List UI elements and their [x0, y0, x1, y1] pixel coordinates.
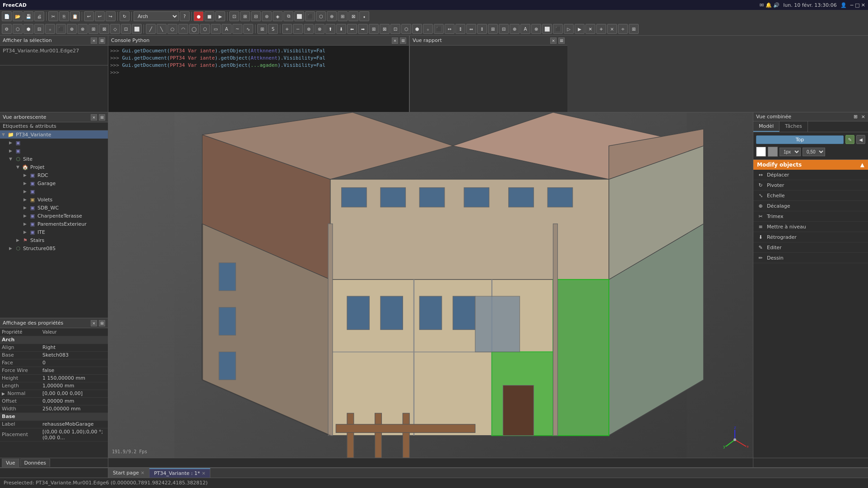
tool-9[interactable]: ⊞: [369, 24, 379, 34]
doc-tab-start[interactable]: Start page ✕: [108, 468, 149, 478]
view-btn9[interactable]: ⬡: [316, 11, 326, 21]
tab-vue[interactable]: Vue: [2, 459, 19, 467]
tree-item-sdb[interactable]: ▶ ▣ SDB_WC: [0, 204, 108, 212]
tool-12[interactable]: ⬡: [401, 24, 411, 34]
tab-taches[interactable]: Tâches: [780, 121, 808, 132]
color-picker-white[interactable]: [756, 147, 766, 157]
console-close[interactable]: ×: [392, 37, 398, 44]
tree-item-pt34[interactable]: ▼ 📁 PT34_Variante: [0, 130, 108, 139]
view-edit-btn[interactable]: ✎: [845, 135, 854, 144]
tool-22[interactable]: ⊕: [510, 24, 520, 34]
refresh-button[interactable]: ↻: [120, 11, 130, 21]
modify-item-dessin[interactable]: ✏ Dessin: [753, 253, 868, 263]
tool-18[interactable]: ⇔: [466, 24, 476, 34]
modify-item-pivoter[interactable]: ↻ Pivoter: [753, 180, 868, 191]
tool-1[interactable]: +: [282, 24, 292, 34]
tree-float[interactable]: ⊞: [99, 114, 105, 121]
draft-circle[interactable]: ○: [167, 24, 177, 34]
view-btn5[interactable]: ◈: [273, 11, 283, 21]
arch-tool-2[interactable]: ⬡: [13, 24, 23, 34]
view-btn6[interactable]: ⧉: [283, 11, 293, 21]
modify-item-niveau[interactable]: ≡ Mettre à niveau: [753, 222, 868, 232]
tab-model[interactable]: Modèl: [753, 121, 780, 132]
tree-item-stairs[interactable]: ▶ ⚑ Stairs: [0, 236, 108, 244]
tree-item-charpente[interactable]: ▶ ▣ CharpenteTerasse: [0, 212, 108, 220]
tool-3[interactable]: ⊕: [304, 24, 314, 34]
tool-25[interactable]: ⬜: [542, 24, 552, 34]
tree-item-structure085[interactable]: ▶ ⬡ Structure085: [0, 244, 108, 252]
tool-24[interactable]: ⊗: [531, 24, 541, 34]
tool-20[interactable]: ⊞: [488, 24, 498, 34]
view-btn10[interactable]: ⊕: [327, 11, 337, 21]
tool-21[interactable]: ⊟: [499, 24, 509, 34]
tool-2[interactable]: −: [293, 24, 303, 34]
tool-19[interactable]: ⇕: [477, 24, 487, 34]
color-picker-gray[interactable]: [768, 147, 778, 157]
arch-tool-11[interactable]: ◇: [110, 24, 120, 34]
modify-item-echelle[interactable]: ⤡ Echelle: [753, 191, 868, 201]
undo-button[interactable]: ↩: [84, 11, 94, 21]
view-box[interactable]: ⊡: [229, 11, 239, 21]
cut-button[interactable]: ✂: [48, 11, 58, 21]
view-btn7[interactable]: ⬜: [294, 11, 304, 21]
tool-16[interactable]: ↔: [445, 24, 455, 34]
tool-27[interactable]: ▷: [564, 24, 574, 34]
opacity-dropdown[interactable]: 0,50: [803, 148, 825, 156]
right-panel-close[interactable]: ×: [861, 114, 865, 120]
tool-14[interactable]: ⬦: [423, 24, 433, 34]
draft-ellipse[interactable]: ◯: [189, 24, 199, 34]
modify-item-retrograder[interactable]: ⬇ Rétrograder: [753, 232, 868, 242]
arch-tool-9[interactable]: ⊞: [88, 24, 98, 34]
tree-item-box2[interactable]: ▶ ▣: [0, 147, 108, 155]
modify-collapse[interactable]: ▲: [860, 162, 864, 168]
tool-8[interactable]: ➡: [358, 24, 368, 34]
view-arrow[interactable]: ⬧: [359, 11, 369, 21]
tool-4[interactable]: ⊗: [315, 24, 325, 34]
draft-rect[interactable]: ▭: [211, 24, 221, 34]
tool-33[interactable]: ⊞: [629, 24, 639, 34]
snap-btn2[interactable]: S: [268, 24, 278, 34]
tool-13[interactable]: ⬢: [412, 24, 422, 34]
tool-11[interactable]: ⊡: [390, 24, 400, 34]
save-button[interactable]: 💾: [23, 11, 33, 21]
paste-button[interactable]: 📋: [70, 11, 80, 21]
arch-tool-10[interactable]: ⊠: [99, 24, 109, 34]
console-float[interactable]: ⊞: [400, 37, 406, 44]
tree-view[interactable]: ▼ 📁 PT34_Variante ▶ ▣ ▶ ▣ ▼ ⬡ Site: [0, 130, 108, 318]
doc-tab-start-close[interactable]: ✕: [141, 470, 144, 475]
viewport-3d[interactable]: 191.9/9.2 Fps x y z: [108, 112, 753, 458]
tree-item-blank[interactable]: ▶ ▣: [0, 187, 108, 195]
tool-23[interactable]: A: [520, 24, 530, 34]
tree-item-volets[interactable]: ▶ ▣ Volets: [0, 195, 108, 204]
arch-tool-4[interactable]: ⊟: [34, 24, 44, 34]
tree-item-ite[interactable]: ▶ ▣ ITE: [0, 228, 108, 236]
view-btn4[interactable]: ⊛: [262, 11, 272, 21]
arch-tool-6[interactable]: ⬛: [56, 24, 66, 34]
view-direction-dropdown[interactable]: Top: [756, 135, 844, 144]
tab-donnees[interactable]: Données: [20, 459, 50, 467]
tool-29[interactable]: ✕: [585, 24, 595, 34]
copy-button[interactable]: ⎘: [59, 11, 69, 21]
modify-item-decalage[interactable]: ⊕ Décalage: [753, 201, 868, 211]
draft-bspline[interactable]: ~: [232, 24, 242, 34]
tool-10[interactable]: ⊠: [380, 24, 390, 34]
tree-item-rdc[interactable]: ▶ ▣ RDC: [0, 171, 108, 179]
props-close[interactable]: ×: [91, 320, 97, 326]
window-controls[interactable]: ─ □ ✕: [850, 2, 865, 8]
open-button[interactable]: 📂: [13, 11, 23, 21]
view-btn11[interactable]: ⊞: [338, 11, 348, 21]
viewport-canvas[interactable]: [108, 112, 753, 458]
arch-tool-5[interactable]: ⬦: [45, 24, 55, 34]
macro-stop[interactable]: ■: [204, 11, 214, 21]
modify-item-trimex[interactable]: ✂ Trimex: [753, 211, 868, 222]
workbench-dropdown[interactable]: Arch: [134, 11, 179, 21]
draft-bezier[interactable]: ∿: [243, 24, 253, 34]
print-button[interactable]: 🖨: [34, 11, 44, 21]
arch-tool-12[interactable]: ⊡: [121, 24, 131, 34]
tree-item-projet[interactable]: ▼ 🏠 Projet: [0, 163, 108, 171]
modify-item-editer[interactable]: ✎ Editer: [753, 242, 868, 253]
prop-expand-normal[interactable]: ▶: [2, 391, 5, 396]
tree-item-parements[interactable]: ▶ ▣ ParementsExterieur: [0, 220, 108, 228]
tree-close[interactable]: ×: [91, 114, 97, 121]
modify-item-deplacer[interactable]: ↔ Déplacer: [753, 170, 868, 180]
